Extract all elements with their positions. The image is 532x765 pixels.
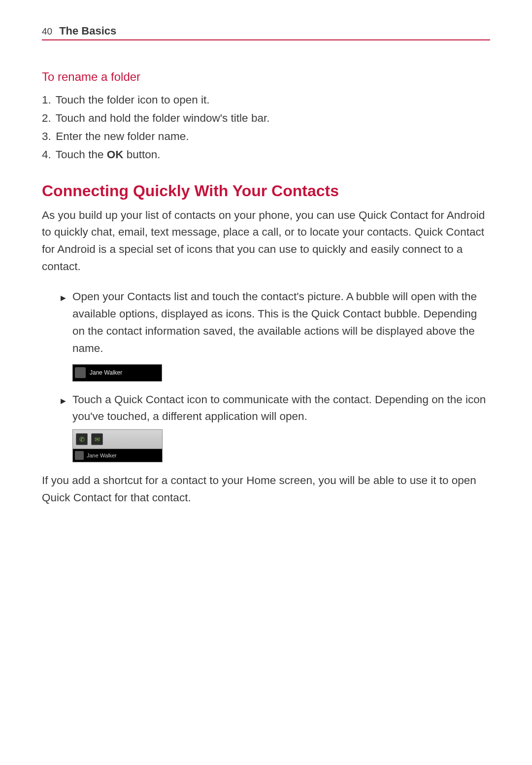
step-item: 2. Touch and hold the folder window's ti… xyxy=(42,109,490,127)
quick-contact-popup: ✆ ✉ Jane Walker xyxy=(72,429,163,462)
bullet-list: ▶ Open your Contacts list and touch the … xyxy=(42,288,490,357)
example-screenshot-2: ✆ ✉ Jane Walker xyxy=(42,429,490,462)
heading-connecting-quickly: Connecting Quickly With Your Contacts xyxy=(42,182,490,200)
step-text: Enter the new folder name. xyxy=(53,130,189,142)
step-item: 1. Touch the folder icon to open it. xyxy=(42,91,490,109)
step-text: Touch the xyxy=(53,148,107,161)
page-number: 40 xyxy=(42,26,52,37)
triangle-bullet-icon: ▶ xyxy=(61,293,66,304)
contact-avatar-icon xyxy=(75,451,84,460)
step-item: 3. Enter the new folder name. xyxy=(42,127,490,145)
subheading-rename-folder: To rename a folder xyxy=(42,70,490,84)
bullet-item: ▶ Touch a Quick Contact icon to communic… xyxy=(61,391,490,426)
step-number: 4. xyxy=(42,145,53,164)
bullet-text: Open your Contacts list and touch the co… xyxy=(72,290,477,354)
bullet-text: Touch a Quick Contact icon to communicat… xyxy=(72,393,486,423)
step-number: 3. xyxy=(42,127,53,145)
quick-contact-name-row: Jane Walker xyxy=(73,449,162,462)
running-header: 40 The Basics xyxy=(42,25,490,40)
step-number: 1. xyxy=(42,91,53,109)
step-bold-text: OK xyxy=(107,148,124,161)
bullet-item: ▶ Open your Contacts list and touch the … xyxy=(61,288,490,357)
quick-contact-section: Connecting Quickly With Your Contacts As… xyxy=(42,182,490,507)
document-page: 40 The Basics To rename a folder 1. Touc… xyxy=(0,0,532,765)
contact-name-label: Jane Walker xyxy=(87,452,117,458)
step-text: button. xyxy=(123,148,160,161)
step-item: 4. Touch the OK button. xyxy=(42,145,490,164)
quick-contact-actions-row: ✆ ✉ xyxy=(73,430,162,449)
step-text: Touch and hold the folder window's title… xyxy=(53,112,269,124)
outro-paragraph: If you add a shortcut for a contact to y… xyxy=(42,472,490,507)
contact-name-label: Jane Walker xyxy=(90,369,122,376)
step-text: Touch the folder icon to open it. xyxy=(53,94,210,106)
bullet-list: ▶ Touch a Quick Contact icon to communic… xyxy=(42,391,490,426)
step-number: 2. xyxy=(42,109,53,127)
contact-avatar-icon xyxy=(75,367,86,378)
section-title: The Basics xyxy=(59,25,116,37)
example-screenshot-1: Jane Walker xyxy=(42,364,490,382)
message-icon: ✉ xyxy=(91,433,103,445)
rename-folder-section: To rename a folder 1. Touch the folder i… xyxy=(42,70,490,164)
triangle-bullet-icon: ▶ xyxy=(61,396,66,407)
quick-contact-bar: Jane Walker xyxy=(72,364,162,382)
rename-folder-steps: 1. Touch the folder icon to open it. 2. … xyxy=(42,91,490,164)
phone-icon: ✆ xyxy=(76,433,88,445)
intro-paragraph: As you build up your list of contacts on… xyxy=(42,207,490,276)
